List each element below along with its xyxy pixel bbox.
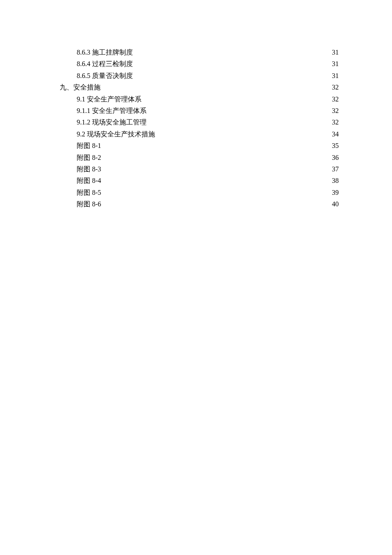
toc-entry: 9.1.1 安全生产管理体系 32 bbox=[60, 105, 339, 116]
toc-label: 附图 8-3 bbox=[77, 164, 101, 175]
toc-page-number: 32 bbox=[332, 117, 339, 128]
toc-page-number: 32 bbox=[332, 105, 339, 116]
toc-entry: 附图 8-1 35 bbox=[60, 140, 339, 151]
toc-label: 附图 8-2 bbox=[77, 152, 101, 163]
table-of-contents: 8.6.3 施工挂牌制度 31 8.6.4 过程三检制度 31 8.6.5 质量… bbox=[60, 47, 339, 210]
toc-entry: 附图 8-2 36 bbox=[60, 152, 339, 163]
toc-page-number: 34 bbox=[332, 129, 339, 140]
toc-label: 9.1.2 现场安全施工管理 bbox=[77, 117, 147, 128]
toc-page-number: 38 bbox=[332, 175, 339, 186]
toc-label: 8.6.4 过程三检制度 bbox=[77, 58, 133, 69]
toc-page-number: 35 bbox=[332, 140, 339, 151]
toc-page-number: 31 bbox=[332, 58, 339, 69]
toc-entry: 8.6.4 过程三检制度 31 bbox=[60, 58, 339, 69]
toc-page-number: 31 bbox=[332, 47, 339, 58]
toc-label: 附图 8-6 bbox=[77, 199, 101, 210]
toc-entry: 9.1.2 现场安全施工管理 32 bbox=[60, 117, 339, 128]
toc-entry: 8.6.3 施工挂牌制度 31 bbox=[60, 47, 339, 58]
toc-label: 附图 8-4 bbox=[77, 175, 101, 186]
toc-entry: 8.6.5 质量否决制度 31 bbox=[60, 70, 339, 81]
toc-page-number: 40 bbox=[332, 199, 339, 210]
toc-entry: 附图 8-4 38 bbox=[60, 175, 339, 186]
toc-entry: 9.1 安全生产管理体系 32 bbox=[60, 94, 339, 105]
toc-entry: 附图 8-3 37 bbox=[60, 164, 339, 175]
toc-label: 8.6.5 质量否决制度 bbox=[77, 70, 133, 81]
toc-page-number: 31 bbox=[332, 70, 339, 81]
toc-label: 九、安全措施 bbox=[60, 82, 101, 93]
toc-page-number: 32 bbox=[332, 82, 339, 93]
toc-label: 9.1 安全生产管理体系 bbox=[77, 94, 141, 105]
toc-label: 9.1.1 安全生产管理体系 bbox=[77, 105, 147, 116]
toc-entry: 附图 8-6 40 bbox=[60, 199, 339, 210]
toc-page-number: 39 bbox=[332, 187, 339, 198]
toc-label: 8.6.3 施工挂牌制度 bbox=[77, 47, 133, 58]
toc-label: 附图 8-5 bbox=[77, 187, 101, 198]
toc-entry: 附图 8-5 39 bbox=[60, 187, 339, 198]
toc-entry: 九、安全措施 32 bbox=[60, 82, 339, 93]
toc-label: 附图 8-1 bbox=[77, 140, 101, 151]
toc-page-number: 32 bbox=[332, 94, 339, 105]
toc-page-number: 36 bbox=[332, 152, 339, 163]
toc-entry: 9.2 现场安全生产技术措施 34 bbox=[60, 129, 339, 140]
toc-page-number: 37 bbox=[332, 164, 339, 175]
toc-label: 9.2 现场安全生产技术措施 bbox=[77, 129, 155, 140]
